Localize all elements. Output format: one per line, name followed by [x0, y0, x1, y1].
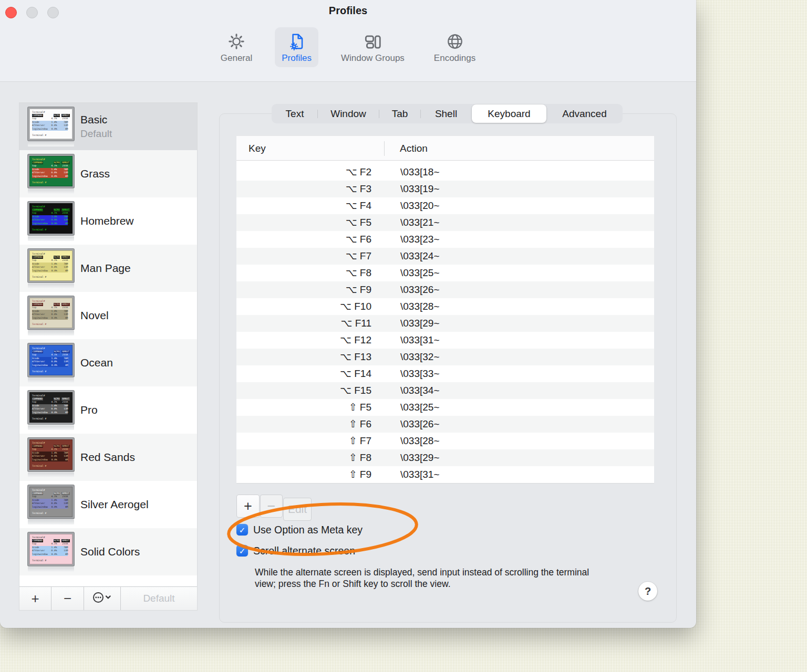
profile-thumbnail: Terminal#COMMAND%CPURPRVTtop4.1%231KXcod…	[28, 391, 74, 424]
profile-name: Silver Aerogel	[80, 498, 149, 511]
profile-name: Pro	[80, 404, 98, 416]
profile-item-homebrew[interactable]: Terminal#COMMAND%CPURPRVTtop4.1%231KXcod…	[19, 197, 197, 245]
table-row-opt-f9[interactable]: ⌥ F9 \033[26~	[236, 281, 654, 298]
profile-item-man-page[interactable]: Terminal#COMMAND%CPURPRVTtop4.1%231KXcod…	[19, 245, 197, 292]
profile-item-red-sands[interactable]: Terminal#COMMAND%CPURPRVTtop4.1%231KXcod…	[19, 434, 197, 481]
action-cell: \033[26~	[385, 281, 654, 298]
table-row-opt-f5[interactable]: ⌥ F5 \033[21~	[236, 214, 654, 231]
toolbar-item-window-groups[interactable]: Window Groups	[334, 27, 411, 67]
profile-item-novel[interactable]: Terminal#COMMAND%CPURPRVTtop4.1%231KXcod…	[19, 292, 197, 339]
thumbnail-line: Terminal #	[32, 134, 70, 137]
thumbnail-line: Terminal #	[32, 181, 70, 184]
profile-item-grass[interactable]: Terminal#COMMAND%CPURPRVTtop4.1%231KXcod…	[19, 150, 197, 197]
action-cell: \033[25~	[385, 399, 654, 416]
profile-name: Solid Colors	[80, 545, 140, 558]
toolbar-item-general[interactable]: General	[214, 27, 259, 67]
checkmark-icon: ✓	[239, 526, 246, 534]
profile-item-basic[interactable]: Terminal#COMMAND%CPURPRVTtop4.1%231KXcod…	[19, 103, 197, 150]
profile-name: Basic	[80, 113, 112, 126]
action-cell: \033[32~	[385, 349, 654, 365]
profile-item-silver-aerogel[interactable]: Terminal#COMMAND%CPURPRVTtop4.1%231KXcod…	[19, 481, 197, 528]
thumbnail-screen: Terminal#COMMAND%CPURPRVTtop4.1%231KXcod…	[29, 298, 73, 328]
thumbnail-line: loginwindow0.0%4M	[32, 128, 68, 131]
tab-tab[interactable]: Tab	[379, 104, 420, 123]
table-row-opt-f6[interactable]: ⌥ F6 \033[23~	[236, 231, 654, 248]
column-header-action[interactable]: Action	[400, 136, 428, 161]
table-body: ⌥ F2 \033[18~ ⌥ F3 \033[19~ ⌥ F4 \033[20…	[236, 161, 654, 483]
tab-bar: TextWindowTabShellKeyboardAdvanced	[272, 104, 623, 123]
thumbnail-line: loginwindow0.0%4M	[32, 411, 68, 414]
toolbar-item-encodings[interactable]: Encodings	[427, 27, 482, 67]
thumbnail-reflection	[28, 236, 74, 241]
profile-name: Man Page	[80, 262, 131, 275]
tab-advanced[interactable]: Advanced	[547, 104, 622, 123]
thumbnail-screen: Terminal#COMMAND%CPURPRVTtop4.1%231KXcod…	[29, 250, 73, 281]
add-mapping-button[interactable]: +	[236, 495, 260, 518]
table-row-opt-f7[interactable]: ⌥ F7 \033[24~	[236, 248, 654, 265]
remove-mapping-button[interactable]: −	[260, 495, 283, 518]
action-cell: \033[18~	[385, 164, 654, 181]
edit-mapping-button[interactable]: Edit	[283, 498, 312, 521]
thumbnail-line: loginwindow0.0%4M	[32, 175, 68, 178]
help-button[interactable]: ?	[638, 582, 657, 601]
action-cell: \033[29~	[385, 315, 654, 332]
profile-name: Red Sands	[80, 451, 135, 464]
action-cell: \033[28~	[385, 433, 654, 449]
action-cell: \033[31~	[385, 332, 654, 349]
table-row-shift-f6[interactable]: ⇧ F6 \033[26~	[236, 416, 654, 433]
thumbnail-screen: Terminal#COMMAND%CPURPRVTtop4.1%231KXcod…	[29, 392, 73, 423]
table-row-opt-f12[interactable]: ⌥ F12 \033[31~	[236, 332, 654, 349]
add-profile-button[interactable]: +	[19, 587, 51, 610]
column-divider[interactable]	[384, 141, 385, 156]
table-row-opt-f14[interactable]: ⌥ F14 \033[33~	[236, 365, 654, 382]
table-row-shift-f5[interactable]: ⇧ F5 \033[25~	[236, 399, 654, 416]
toolbar-item-profiles[interactable]: Profiles	[275, 27, 318, 67]
profile-thumbnail: Terminal#COMMAND%CPURPRVTtop4.1%231KXcod…	[28, 485, 74, 519]
thumbnail-reflection	[28, 520, 74, 524]
profile-name: Homebrew	[80, 215, 134, 227]
column-header-key[interactable]: Key	[249, 136, 266, 161]
action-cell: \033[24~	[385, 248, 654, 265]
thumbnail-reflection	[28, 425, 74, 430]
profiles-sidebar: Terminal#COMMAND%CPURPRVTtop4.1%231KXcod…	[19, 102, 198, 611]
table-row-shift-f7[interactable]: ⇧ F7 \033[28~	[236, 433, 654, 449]
checkbox-label: Scroll alternate screen	[253, 545, 355, 557]
table-row-opt-f15[interactable]: ⌥ F15 \033[34~	[236, 382, 654, 399]
table-row-opt-f4[interactable]: ⌥ F4 \033[20~	[236, 197, 654, 214]
checkbox-group: ✓ Use Option as Meta key ✓ Scroll altern…	[236, 523, 363, 565]
table-row-opt-f8[interactable]: ⌥ F8 \033[25~	[236, 265, 654, 281]
table-row-opt-f13[interactable]: ⌥ F13 \033[32~	[236, 349, 654, 365]
tab-text[interactable]: Text	[272, 104, 317, 123]
thumbnail-reflection	[28, 142, 74, 146]
tab-keyboard[interactable]: Keyboard	[472, 104, 546, 123]
terminal-preferences-window: Profiles General Profiles Window Groups …	[0, 0, 696, 628]
profile-item-ocean[interactable]: Terminal#COMMAND%CPURPRVTtop4.1%231KXcod…	[19, 339, 197, 386]
thumbnail-line: Terminal #	[32, 370, 70, 373]
remove-profile-button[interactable]: −	[51, 587, 84, 610]
key-cell: ⌥ F9	[236, 281, 385, 298]
thumbnail-line: Terminal #	[32, 276, 70, 279]
action-cell: \033[33~	[385, 365, 654, 382]
table-row-shift-f9[interactable]: ⇧ F9 \033[31~	[236, 466, 654, 483]
action-cell: \033[21~	[385, 214, 654, 231]
thumbnail-line: Terminal #	[32, 417, 70, 421]
profile-thumbnail: Terminal#COMMAND%CPURPRVTtop4.1%231KXcod…	[28, 107, 74, 141]
more-options-button[interactable]	[84, 587, 121, 610]
table-row-shift-f8[interactable]: ⇧ F8 \033[29~	[236, 449, 654, 466]
key-cell: ⌥ F3	[236, 181, 385, 197]
alternate-screen-description: While the alternate screen is displayed,…	[255, 567, 608, 590]
thumbnail-line: loginwindow0.0%4M	[32, 222, 68, 225]
checkbox[interactable]: ✓	[236, 545, 248, 556]
table-row-opt-f11[interactable]: ⌥ F11 \033[29~	[236, 315, 654, 332]
set-default-button[interactable]: Default	[121, 587, 197, 610]
table-row-opt-f2[interactable]: ⌥ F2 \033[18~	[236, 164, 654, 181]
checkbox[interactable]: ✓	[236, 524, 248, 536]
ellipsis-circle-chevron-icon	[92, 591, 113, 606]
profile-item-pro[interactable]: Terminal#COMMAND%CPURPRVTtop4.1%231KXcod…	[19, 386, 197, 434]
table-row-opt-f3[interactable]: ⌥ F3 \033[19~	[236, 181, 654, 197]
tab-shell[interactable]: Shell	[421, 104, 471, 123]
tab-window[interactable]: Window	[318, 104, 379, 123]
profile-item-solid-colors[interactable]: Terminal#COMMAND%CPURPRVTtop4.1%231KXcod…	[19, 528, 197, 575]
table-row-opt-f10[interactable]: ⌥ F10 \033[28~	[236, 298, 654, 315]
action-cell: \033[25~	[385, 265, 654, 281]
